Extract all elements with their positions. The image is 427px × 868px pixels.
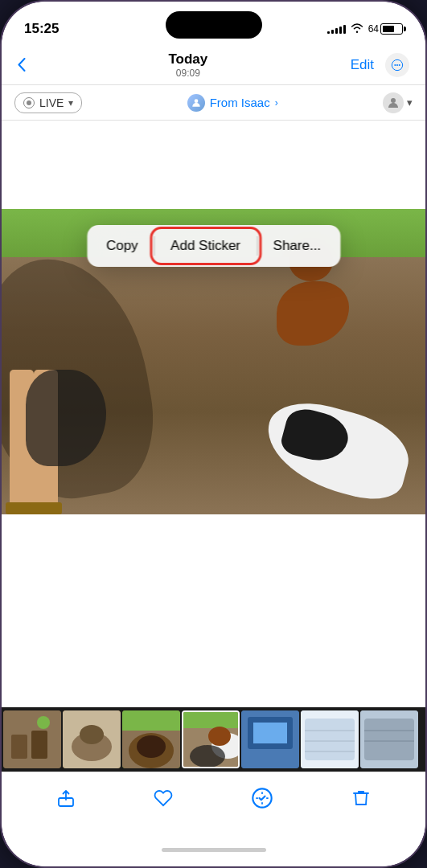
live-chevron-icon: ▾ [68,97,73,108]
svg-point-16 [137,735,166,758]
white-space-top [2,121,425,209]
home-indicator [2,839,425,866]
from-chevron-icon: › [275,97,278,108]
thumbnail-strip [2,707,425,772]
thumbnail-item[interactable] [360,710,418,768]
person-chevron-icon: ▾ [407,96,413,108]
share-menu-item[interactable]: Share... [257,230,338,262]
svg-rect-18 [183,712,240,728]
svg-point-1 [394,64,396,66]
dynamic-island [166,11,262,39]
svg-rect-24 [253,723,287,743]
live-circle-icon [23,97,35,108]
photo-container[interactable]: Copy Add Sticker Share... [2,209,425,707]
bottom-toolbar [2,772,425,839]
svg-point-5 [391,98,396,103]
live-badge[interactable]: LIVE ▾ [14,92,82,113]
dog-bw [248,378,409,498]
more-button[interactable] [385,53,409,77]
svg-point-12 [80,725,104,744]
thumbnail-item[interactable] [63,710,121,768]
thumbnail-item[interactable] [3,710,61,768]
svg-rect-26 [305,719,355,760]
svg-point-20 [190,745,225,768]
from-name: From Isaac [210,96,270,109]
contact-avatar-small [187,94,205,112]
svg-point-9 [37,716,50,729]
nav-actions: Edit [351,53,409,77]
heart-icon [154,788,173,808]
battery-icon: 64 [368,23,403,35]
signal-bars-icon [327,24,346,34]
thumbnail-item[interactable] [182,710,240,768]
status-time: 15:25 [24,21,59,37]
nav-title: Today [168,51,207,68]
magic-button[interactable] [251,787,273,809]
add-sticker-menu-item[interactable]: Add Sticker [154,230,257,262]
dog-photo: Copy Add Sticker Share... [2,209,425,514]
from-label[interactable]: From Isaac › [82,94,383,112]
delete-button[interactable] [351,788,371,808]
thumbnail-item[interactable] [122,710,180,768]
share-icon [56,788,76,808]
like-button[interactable] [154,788,173,808]
battery-percent: 64 [368,23,379,35]
magic-wand-icon [251,787,273,809]
copy-menu-item[interactable]: Copy [90,230,154,262]
photo-toolbar: LIVE ▾ From Isaac › [2,85,425,121]
svg-rect-14 [122,710,180,731]
svg-rect-31 [364,719,414,760]
nav-bar: Today 09:09 Edit [2,45,425,85]
status-icons: 64 [327,23,403,35]
svg-point-2 [396,64,398,66]
nav-subtitle: 09:09 [168,68,207,79]
person-icon [383,92,404,113]
edit-button[interactable]: Edit [351,57,374,73]
svg-point-3 [399,64,400,66]
svg-point-4 [194,99,198,103]
context-menu: Copy Add Sticker Share... [87,225,340,267]
dog-dark [26,338,130,466]
svg-rect-7 [11,735,27,759]
thumbnail-item[interactable] [301,710,359,768]
white-space-bottom [2,514,425,707]
trash-icon [351,788,371,808]
wifi-icon [351,23,363,35]
phone-frame: 15:25 64 [0,0,427,868]
svg-rect-8 [31,731,47,759]
live-text: LIVE [39,96,64,109]
svg-point-21 [208,727,231,746]
photo-area: Copy Add Sticker Share... [2,121,425,707]
phone-screen: 15:25 64 [2,2,425,866]
back-button[interactable] [18,58,26,72]
nav-center: Today 09:09 [168,51,207,79]
share-button[interactable] [56,788,76,808]
home-bar [162,848,266,852]
thumbnail-item[interactable] [241,710,299,768]
person-toggle[interactable]: ▾ [383,92,413,113]
